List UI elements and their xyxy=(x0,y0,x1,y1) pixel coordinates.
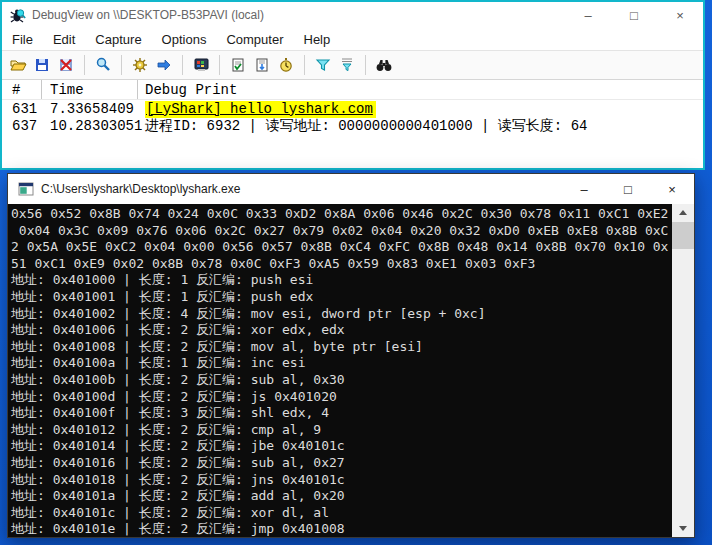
toolbar-separator xyxy=(84,55,85,75)
console-scrollbar[interactable] xyxy=(672,204,694,537)
save-button[interactable] xyxy=(30,53,54,77)
debugview-maximize-button[interactable]: □ xyxy=(611,2,657,28)
table-row[interactable]: 631 7.33658409 [LyShark] hello lyshark.c… xyxy=(2,100,703,117)
omit-history-button[interactable] xyxy=(250,53,274,77)
filter-funnel-icon xyxy=(315,57,331,73)
console-line: 地址: 0x401001 | 长度: 1 反汇编: push edx xyxy=(11,289,672,306)
highlight-filter-icon xyxy=(339,57,355,73)
open-folder-icon xyxy=(10,57,27,73)
console-line: 地址: 0x401016 | 长度: 2 反汇编: sub al, 0x27 xyxy=(11,455,672,472)
menu-computer[interactable]: Computer xyxy=(216,32,293,47)
clear-display-button[interactable] xyxy=(226,53,250,77)
blue-arrow-icon xyxy=(156,57,172,73)
zoom-button[interactable] xyxy=(91,53,115,77)
console-maximize-button[interactable]: □ xyxy=(606,174,650,204)
log-table-header: # Time Debug Print xyxy=(2,80,703,100)
scrollbar-up-button[interactable] xyxy=(672,204,694,221)
column-header-debug-print[interactable]: Debug Print xyxy=(138,80,703,99)
menu-options[interactable]: Options xyxy=(152,32,217,47)
capture-events-button[interactable] xyxy=(189,53,213,77)
document-check-icon xyxy=(230,57,246,73)
open-button[interactable] xyxy=(6,53,30,77)
console-line: 地址: 0x40100a | 长度: 1 反汇编: inc esi xyxy=(11,355,672,372)
chevron-down-icon xyxy=(679,526,687,531)
log-to-file-button[interactable] xyxy=(54,53,78,77)
row-number: 631 xyxy=(2,101,42,117)
console-line: 0x56 0x52 0x8B 0x74 0x24 0x0C 0x33 0xD2 … xyxy=(11,206,672,223)
console-line: 地址: 0x40101e | 长度: 2 反汇编: jmp 0x401008 xyxy=(11,521,672,537)
log-to-file-icon xyxy=(58,57,74,73)
toolbar-separator xyxy=(182,55,183,75)
console-line: 地址: 0x401014 | 长度: 2 反汇编: jbe 0x40101c xyxy=(11,438,672,455)
console-minimize-button[interactable]: – xyxy=(562,174,606,204)
debugview-close-button[interactable]: × xyxy=(657,2,703,28)
find-button[interactable] xyxy=(372,53,396,77)
console-line: 地址: 0x401002 | 长度: 4 反汇编: mov esi, dword… xyxy=(11,306,672,323)
console-close-button[interactable]: × xyxy=(650,174,694,204)
debugview-log-table: # Time Debug Print 631 7.33658409 [LySha… xyxy=(2,80,703,134)
console-line: 地址: 0x40101c | 长度: 2 反汇编: xor dl, al xyxy=(11,505,672,522)
console-window: C:\Users\lyshark\Desktop\lyshark.exe – □… xyxy=(7,173,695,538)
toolbar-separator xyxy=(304,55,305,75)
computer-icon xyxy=(193,57,210,73)
binoculars-icon xyxy=(375,57,393,73)
debugview-toolbar xyxy=(2,50,703,80)
menu-edit[interactable]: Edit xyxy=(43,32,85,47)
console-line: 51 0xC1 0xE9 0x02 0x8B 0x78 0x0C 0xF3 0x… xyxy=(11,256,672,273)
debugview-window: DebugView on \\DESKTOP-B53PAVI (local) –… xyxy=(0,0,705,170)
stopwatch-icon xyxy=(278,57,294,73)
menu-capture[interactable]: Capture xyxy=(85,32,151,47)
scrollbar-down-button[interactable] xyxy=(672,520,694,537)
debugview-menubar: File Edit Capture Options Computer Help xyxy=(2,28,703,50)
console-line: 地址: 0x40100f | 长度: 3 反汇编: shl edx, 4 xyxy=(11,405,672,422)
console-app-icon xyxy=(18,182,34,197)
console-titlebar[interactable]: C:\Users\lyshark\Desktop\lyshark.exe – □… xyxy=(8,174,694,204)
highlight-filter-button[interactable] xyxy=(335,53,359,77)
capture-button[interactable] xyxy=(128,53,152,77)
debugview-bug-icon xyxy=(10,7,26,23)
row-time: 7.33658409 xyxy=(42,101,138,117)
console-line: 0x04 0x3C 0x09 0x76 0x06 0x2C 0x27 0x79 … xyxy=(11,223,672,240)
console-output: 0x56 0x52 0x8B 0x74 0x24 0x0C 0x33 0xD2 … xyxy=(8,204,672,537)
capture-gear-icon xyxy=(132,57,148,73)
toolbar-separator xyxy=(219,55,220,75)
console-line: 地址: 0x401006 | 长度: 2 反汇编: xor edx, edx xyxy=(11,322,672,339)
column-header-number[interactable]: # xyxy=(2,80,42,99)
console-line: 地址: 0x40101a | 长度: 2 反汇编: add al, 0x20 xyxy=(11,488,672,505)
highlighted-debug-message: [LyShark] hello lyshark.com xyxy=(145,101,376,118)
console-line: 地址: 0x401018 | 长度: 2 反汇编: jns 0x40101c xyxy=(11,472,672,489)
console-line: 地址: 0x401012 | 长度: 2 反汇编: cmp al, 9 xyxy=(11,422,672,439)
console-line: 地址: 0x401000 | 长度: 1 反汇编: push esi xyxy=(11,272,672,289)
save-icon xyxy=(34,57,50,73)
console-line: 地址: 0x401008 | 长度: 2 反汇编: mov al, byte p… xyxy=(11,339,672,356)
row-number: 637 xyxy=(2,118,42,134)
console-line: 地址: 0x40100b | 长度: 2 反汇编: sub al, 0x30 xyxy=(11,372,672,389)
menu-help[interactable]: Help xyxy=(294,32,341,47)
document-arrow-icon xyxy=(254,57,270,73)
scrollbar-thumb[interactable] xyxy=(672,222,694,249)
debug-message: 进程ID: 6932 | 读写地址: 0000000000401000 | 读写… xyxy=(138,117,703,135)
toolbar-separator xyxy=(121,55,122,75)
column-header-time[interactable]: Time xyxy=(42,80,138,99)
filter-button[interactable] xyxy=(311,53,335,77)
chevron-up-icon xyxy=(679,210,687,215)
debugview-minimize-button[interactable]: – xyxy=(565,2,611,28)
console-line: 2 0x5A 0x5E 0xC2 0x04 0x00 0x56 0x57 0x8… xyxy=(11,239,672,256)
debugview-titlebar[interactable]: DebugView on \\DESKTOP-B53PAVI (local) –… xyxy=(2,2,703,28)
row-time: 10.28303051 xyxy=(42,118,138,134)
magnifier-icon xyxy=(95,57,111,73)
menu-file[interactable]: File xyxy=(2,32,43,47)
clock-button[interactable] xyxy=(274,53,298,77)
table-row[interactable]: 637 10.28303051 进程ID: 6932 | 读写地址: 00000… xyxy=(2,117,703,134)
console-window-title: C:\Users\lyshark\Desktop\lyshark.exe xyxy=(41,182,562,196)
toolbar-separator xyxy=(365,55,366,75)
debugview-window-title: DebugView on \\DESKTOP-B53PAVI (local) xyxy=(32,8,565,22)
passthrough-button[interactable] xyxy=(152,53,176,77)
console-line: 地址: 0x40100d | 长度: 2 反汇编: js 0x401020 xyxy=(11,389,672,406)
